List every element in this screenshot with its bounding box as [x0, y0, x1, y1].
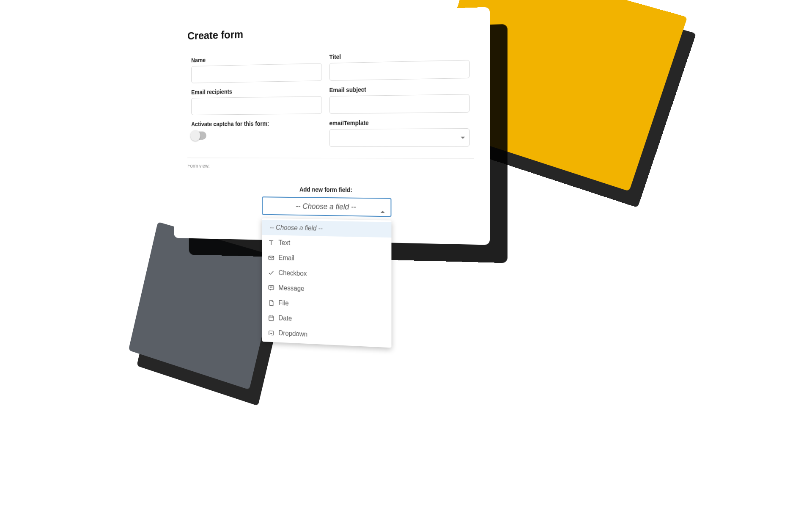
text-icon [267, 239, 274, 246]
email-template-label: emailTemplate [329, 119, 470, 127]
dropdown-option-label: Email [278, 254, 294, 262]
email-subject-field-group: Email subject [329, 84, 470, 113]
svg-rect-1 [269, 285, 274, 289]
captcha-toggle[interactable] [191, 132, 206, 140]
toggle-knob [190, 130, 200, 141]
chevron-up-icon [381, 204, 385, 211]
titel-label: Titel [329, 50, 470, 61]
name-field-group: Name [191, 54, 322, 83]
email-template-field-group: emailTemplate [329, 119, 470, 147]
decorative-gray-card [129, 222, 281, 389]
dropdown-option-label: Message [278, 284, 304, 293]
add-field-label: Add new form field: [187, 185, 474, 194]
captcha-label: Activate captcha for this form: [191, 120, 322, 127]
message-icon [267, 284, 274, 291]
dropdown-option-label: -- Choose a field -- [270, 224, 323, 232]
dropdown-option-label: Date [278, 314, 292, 322]
email-recipients-input[interactable] [191, 96, 322, 115]
captcha-field-group: Activate captcha for this form: [191, 120, 322, 147]
section-divider [187, 158, 474, 159]
chevron-down-icon [461, 136, 465, 138]
titel-input[interactable] [329, 60, 470, 80]
add-field-section: Add new form field: -- Choose a field --… [187, 185, 474, 218]
check-icon [267, 269, 274, 276]
titel-field-group: Titel [329, 50, 470, 81]
choose-field-select[interactable]: -- Choose a field -- [262, 196, 391, 217]
svg-rect-0 [269, 256, 274, 260]
page-title: Create form [187, 21, 474, 42]
email-recipients-field-group: Email recipients [191, 87, 322, 115]
choose-field-placeholder: -- Choose a field -- [296, 202, 356, 212]
email-subject-label: Email subject [329, 84, 470, 93]
form-view-label: Form view: [187, 163, 474, 170]
email-recipients-label: Email recipients [191, 87, 322, 96]
email-subject-input[interactable] [329, 94, 470, 114]
form-settings-grid: Name Titel Email recipients Email subjec… [187, 50, 474, 147]
svg-rect-2 [269, 315, 274, 320]
name-input[interactable] [191, 63, 322, 83]
field-type-dropdown: -- Choose a field -- Text Email Checkbox… [262, 218, 391, 348]
dropdown-option-label: Checkbox [278, 269, 307, 278]
calendar-icon [267, 314, 274, 321]
dropdown-icon [267, 329, 274, 337]
create-form-panel: Create form Name Titel Email recipients … [174, 7, 490, 245]
name-label: Name [191, 54, 322, 64]
dropdown-option-label: File [278, 299, 288, 307]
email-template-select[interactable] [329, 128, 470, 147]
dropdown-option-label: Text [278, 239, 290, 247]
svg-rect-3 [269, 331, 274, 335]
envelope-icon [267, 254, 274, 261]
file-icon [267, 299, 274, 306]
dropdown-option-label: Dropdown [278, 329, 307, 338]
